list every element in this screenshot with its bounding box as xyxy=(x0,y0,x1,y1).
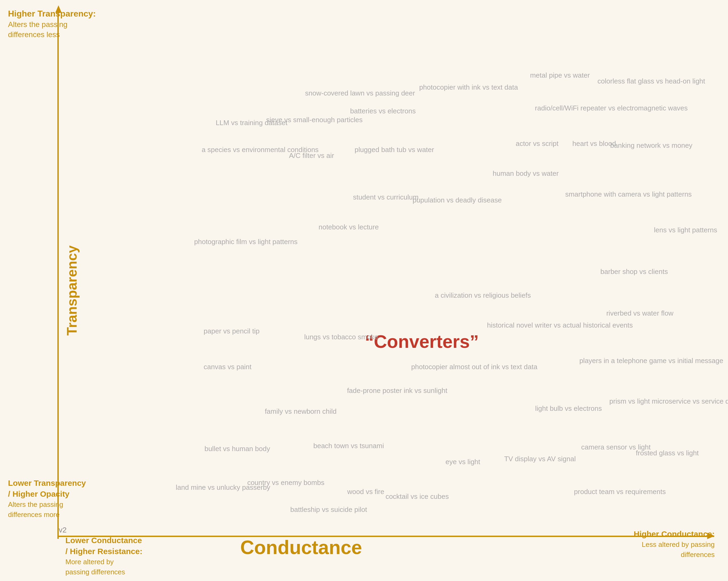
x-axis-line xyxy=(57,536,714,537)
data-point: photocopier with ink vs text data xyxy=(419,83,518,92)
chart-area: Transparency Conductance Higher Transpar… xyxy=(0,0,728,581)
data-point: eye vs light xyxy=(446,458,480,467)
data-point: lungs vs tobacco smoke xyxy=(304,333,378,342)
data-point: cocktail vs ice cubes xyxy=(386,492,449,501)
x-axis-title: Conductance xyxy=(240,536,362,558)
data-point: plugged bath tub vs water xyxy=(355,145,434,155)
y-axis-line xyxy=(57,11,59,539)
data-point: student vs curriculum xyxy=(353,193,419,202)
data-point: historical novel writer vs actual histor… xyxy=(487,321,633,330)
bottom-center-label: Lower Conductance/ Higher Resistance: Mo… xyxy=(66,535,142,577)
data-point: A/C filter vs air xyxy=(289,151,334,160)
data-point: human body vs water xyxy=(493,169,559,178)
data-point: battleship vs suicide pilot xyxy=(290,505,367,514)
data-point: pupulation vs deadly disease xyxy=(412,196,502,205)
data-point: country vs enemy bombs xyxy=(247,478,324,488)
data-point: radio/cell/WiFi repeater vs electromagne… xyxy=(535,104,688,113)
data-point: barber shop vs clients xyxy=(600,267,668,276)
top-left-label: Higher Transparency: Alters the passingd… xyxy=(8,8,96,40)
data-point: a civilization vs religious beliefs xyxy=(435,291,531,300)
data-point: colorless flat glass vs head-on light xyxy=(597,77,705,86)
data-point: sieve vs small-enough particles xyxy=(266,115,363,124)
data-point: snow-covered lawn vs passing deer xyxy=(305,89,415,98)
data-point: photocopier almost out of ink vs text da… xyxy=(411,362,538,371)
version-label: v2 xyxy=(59,526,67,534)
data-point: canvas vs paint xyxy=(204,362,252,371)
data-point: fade-prone poster ink vs sunlight xyxy=(347,386,447,395)
data-point: smartphone with camera vs light patterns xyxy=(565,190,692,199)
data-point: bullet vs human body xyxy=(205,444,270,453)
data-point: metal pipe vs water xyxy=(530,71,590,80)
data-point: notebook vs lecture xyxy=(318,223,379,232)
data-point: heart vs blood xyxy=(572,140,616,148)
data-point: prism vs light microservice vs service d… xyxy=(609,397,728,406)
data-point: photographic film vs light patterns xyxy=(194,238,297,247)
data-point: family vs newborn child xyxy=(265,407,337,416)
data-point: paper vs pencil tip xyxy=(204,327,260,336)
data-point: light bulb vs electrons xyxy=(535,404,602,413)
data-point: batteries vs electrons xyxy=(350,107,416,116)
data-point: banking network vs money xyxy=(610,141,693,150)
y-axis-title: Transparency xyxy=(64,245,80,336)
data-point: wood vs fire xyxy=(347,487,384,496)
data-point: beach town vs tsunami xyxy=(313,441,384,450)
data-point: actor vs script xyxy=(516,140,558,148)
converters-label: “Converters” xyxy=(365,331,479,352)
data-point: lens vs light patterns xyxy=(654,226,717,235)
bottom-left-label: Lower Transparency/ Higher Opacity Alter… xyxy=(8,478,86,520)
data-point: players in a telephone game vs initial m… xyxy=(579,356,723,365)
data-point: frosted glass vs light xyxy=(636,449,699,458)
data-point: product team vs requirements xyxy=(574,487,666,496)
data-point: TV display vs AV signal xyxy=(504,454,576,464)
data-point: riverbed vs water flow xyxy=(606,309,673,318)
bottom-right-label: Higher Conductance: Less altered by pass… xyxy=(634,529,714,560)
